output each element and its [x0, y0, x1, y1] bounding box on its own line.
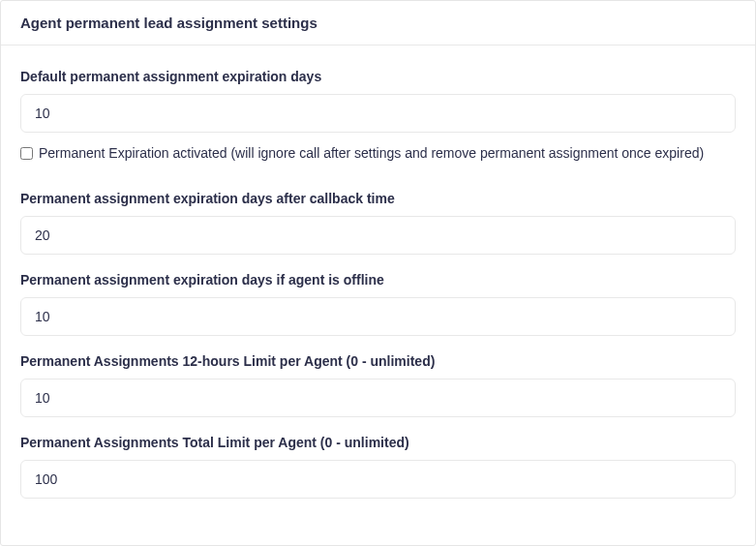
total-limit-input[interactable] [20, 460, 736, 499]
offline-expiration-input[interactable] [20, 297, 736, 336]
panel-body: Default permanent assignment expiration … [1, 46, 755, 526]
12hours-limit-label: Permanent Assignments 12-hours Limit per… [20, 353, 736, 369]
settings-panel: Agent permanent lead assignment settings… [0, 0, 756, 546]
default-expiration-input[interactable] [20, 94, 736, 133]
expiration-activated-label: Permanent Expiration activated (will ign… [39, 144, 704, 162]
expiration-activated-row: Permanent Expiration activated (will ign… [20, 144, 736, 162]
offline-expiration-label: Permanent assignment expiration days if … [20, 272, 736, 288]
callback-expiration-label: Permanent assignment expiration days aft… [20, 191, 736, 206]
12hours-limit-input[interactable] [20, 379, 736, 417]
expiration-activated-checkbox[interactable] [20, 147, 33, 160]
total-limit-label: Permanent Assignments Total Limit per Ag… [20, 435, 736, 450]
form-group-total-limit: Permanent Assignments Total Limit per Ag… [20, 435, 736, 499]
form-group-12hours-limit: Permanent Assignments 12-hours Limit per… [20, 353, 736, 417]
panel-header: Agent permanent lead assignment settings [1, 1, 755, 46]
default-expiration-label: Default permanent assignment expiration … [20, 69, 736, 84]
panel-title: Agent permanent lead assignment settings [20, 15, 736, 31]
form-group-offline-expiration: Permanent assignment expiration days if … [20, 272, 736, 336]
form-group-default-expiration: Default permanent assignment expiration … [20, 69, 736, 162]
form-group-callback-expiration: Permanent assignment expiration days aft… [20, 191, 736, 255]
callback-expiration-input[interactable] [20, 216, 736, 255]
